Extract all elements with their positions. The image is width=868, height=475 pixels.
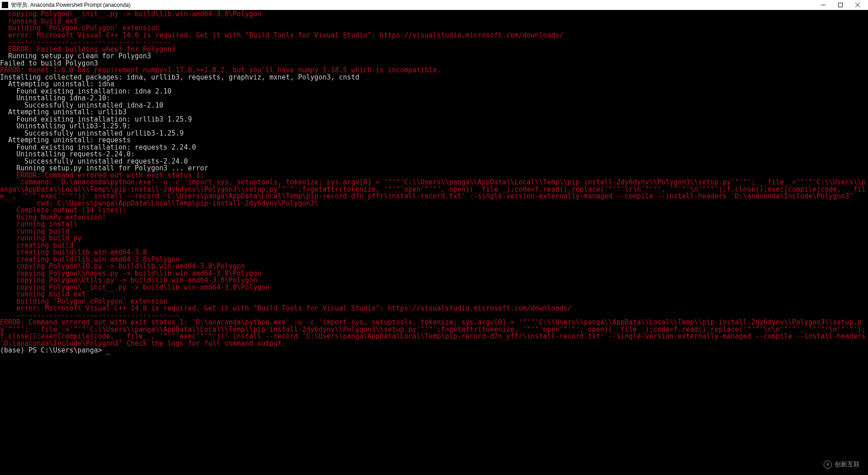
close-button[interactable]	[849, 0, 866, 10]
window-titlebar[interactable]: 管理员: Anaconda Powershell Prompt (anacond…	[0, 0, 868, 10]
prompt-text: (base) PS C:\Users\panga>	[0, 346, 106, 354]
watermark-text: 创新互联	[835, 461, 860, 468]
minimize-icon	[821, 2, 826, 8]
terminal-output: copying Polygon\__init__.py -> build\lib…	[0, 11, 868, 347]
terminal-line: ERROR: Command errored out with exit sta…	[0, 318, 868, 348]
terminal-line: command: 'D:\anaconda\python.exe' -u -c …	[0, 178, 866, 200]
terminal-prompt-line: (base) PS C:\Users\panga> _	[0, 347, 868, 354]
minimize-button[interactable]	[815, 0, 832, 10]
svg-rect-1	[839, 3, 843, 7]
watermark-icon: ✕	[824, 461, 832, 469]
terminal-viewport[interactable]: copying Polygon\__init__.py -> build\lib…	[0, 10, 868, 475]
cursor: _	[106, 346, 110, 354]
watermark: ✕ 创新互联	[824, 461, 860, 469]
maximize-icon	[838, 2, 843, 8]
maximize-button[interactable]	[832, 0, 849, 10]
close-icon	[855, 2, 860, 8]
powershell-window: 管理员: Anaconda Powershell Prompt (anacond…	[0, 0, 868, 475]
app-icon	[2, 2, 8, 8]
window-title: 管理员: Anaconda Powershell Prompt (anacond…	[11, 1, 131, 9]
